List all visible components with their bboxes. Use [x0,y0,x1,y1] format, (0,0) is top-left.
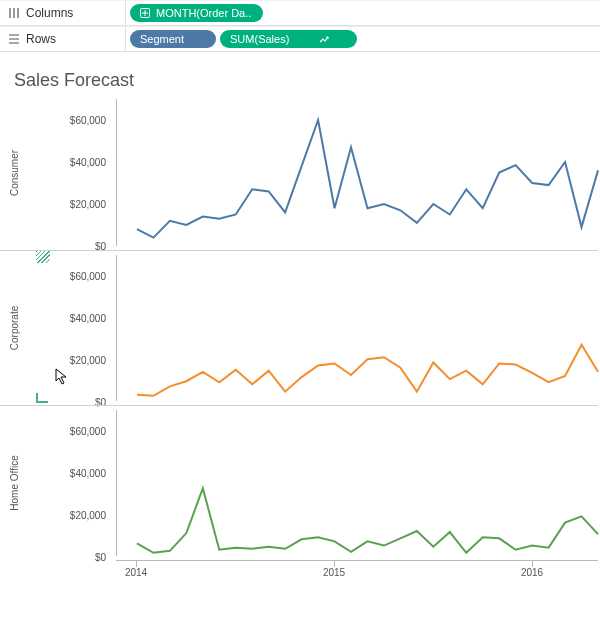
chart-panel-consumer[interactable]: Consumer$0$20,000$40,000$60,000 [0,95,598,250]
y-tick: $60,000 [54,115,106,126]
x-tick: 2014 [125,567,147,578]
rows-pill-segment[interactable]: Segment [130,30,216,48]
line-series[interactable] [137,345,598,396]
y-tick: $40,000 [54,313,106,324]
selection-handle [36,251,50,263]
x-axis: 201420152016 [116,560,598,588]
forecast-icon [319,34,329,44]
rows-icon [8,33,20,45]
columns-label-text: Columns [26,6,73,20]
rows-shelf: Rows Segment SUM(Sales) [0,26,600,52]
x-tick: 2015 [323,567,345,578]
chart-area[interactable]: Consumer$0$20,000$40,000$60,000Corporate… [0,95,598,588]
row-header: Home Office [9,408,20,558]
y-tick: $20,000 [54,199,106,210]
row-header: Corporate [9,253,20,403]
columns-pill-text: MONTH(Order Da.. [156,7,251,19]
plot[interactable] [116,255,598,401]
plus-box-icon [140,8,150,18]
y-tick: $20,000 [54,355,106,366]
chart-panel-home-office[interactable]: Home Office$0$20,000$40,000$60,000 [0,405,598,560]
y-tick: $60,000 [54,426,106,437]
row-header: Consumer [9,98,20,248]
columns-shelf-label: Columns [0,1,126,25]
columns-shelf: Columns MONTH(Order Da.. [0,0,600,26]
chart-title[interactable]: Sales Forecast [0,52,600,95]
columns-icon [8,7,20,19]
rows-label-text: Rows [26,32,56,46]
rows-pill-sales[interactable]: SUM(Sales) [220,30,357,48]
y-tick: $0 [54,552,106,563]
line-series[interactable] [137,120,598,238]
selection-corner [36,393,48,403]
plot[interactable] [116,99,598,246]
rows-shelf-label: Rows [0,27,126,51]
y-tick: $40,000 [54,157,106,168]
plot[interactable] [116,410,598,556]
y-tick: $40,000 [54,468,106,479]
rows-pill-sales-text: SUM(Sales) [230,33,289,45]
line-series[interactable] [137,488,598,553]
y-tick: $60,000 [54,271,106,282]
y-tick: $20,000 [54,510,106,521]
columns-pill-orderdate[interactable]: MONTH(Order Da.. [130,4,263,22]
x-tick: 2016 [521,567,543,578]
chart-panel-corporate[interactable]: Corporate$0$20,000$40,000$60,000 [0,250,598,405]
rows-pill-segment-text: Segment [140,33,184,45]
